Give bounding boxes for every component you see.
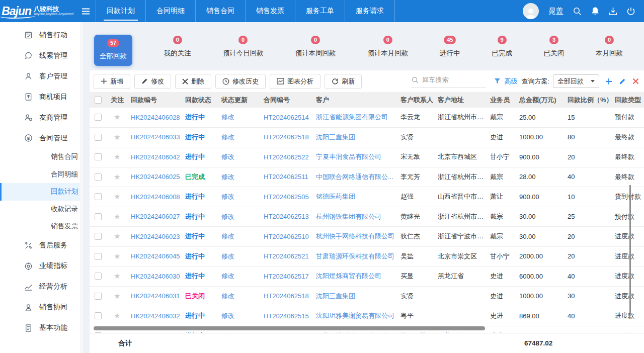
row-checkbox[interactable]: [95, 293, 102, 300]
contract-link[interactable]: HT2024062505: [264, 193, 309, 201]
toolbar-button-5[interactable]: 刷新: [325, 74, 362, 89]
customer-link[interactable]: 沈阳三鑫集团: [316, 292, 394, 301]
sidebar-item-7[interactable]: 业绩指标: [0, 256, 83, 277]
toolbar-button-4[interactable]: 图表分析: [270, 74, 320, 89]
edit-link[interactable]: 修改: [221, 193, 234, 200]
customer-link[interactable]: 甘肃瑞源环保科技有限公司: [316, 252, 394, 261]
column-header-1[interactable]: 回款编号: [128, 96, 182, 105]
delete-button[interactable]: 删除: [175, 74, 211, 89]
add-scheme-icon[interactable]: [605, 78, 612, 85]
contract-link[interactable]: HT2024062511: [264, 173, 308, 181]
bell-icon[interactable]: [591, 7, 599, 16]
star-icon[interactable]: ★: [114, 311, 120, 320]
star-icon[interactable]: ★: [114, 152, 120, 161]
nav-tab-5[interactable]: 服务请求: [345, 0, 395, 22]
funnel-icon[interactable]: [494, 78, 501, 84]
contract-link[interactable]: HT2024062517: [264, 273, 309, 280]
column-header-9[interactable]: 总金额(万元): [516, 96, 565, 105]
contract-link[interactable]: HT2024062514: [264, 114, 309, 121]
star-icon[interactable]: ★: [114, 232, 120, 240]
column-header-8[interactable]: 业务员: [487, 96, 516, 105]
payment-id-link[interactable]: HK20242406027: [131, 213, 180, 220]
payment-id-link[interactable]: HK20242406028: [131, 114, 180, 121]
edit-link[interactable]: 修改: [221, 252, 234, 260]
nav-tab-2[interactable]: 销售合同: [195, 0, 245, 22]
nav-tab-1[interactable]: 合同明细: [145, 0, 195, 22]
nav-tab-4[interactable]: 服务工单: [295, 0, 345, 22]
username[interactable]: 晁盖: [548, 7, 564, 16]
customer-link[interactable]: 铭德医药集团: [316, 192, 394, 201]
contract-link[interactable]: HT2024062518: [264, 133, 309, 141]
edit-link[interactable]: 修改: [221, 153, 234, 160]
download-icon[interactable]: [609, 7, 617, 16]
column-header-5[interactable]: 客户: [313, 96, 397, 105]
toolbar-button-3[interactable]: 修改历史: [215, 74, 266, 89]
column-header-0[interactable]: 关注: [108, 96, 128, 105]
status-tab-8[interactable]: 0本月回款: [596, 36, 623, 58]
star-icon[interactable]: ★: [114, 252, 120, 260]
sidebar-item-8[interactable]: 经营分析: [0, 277, 83, 297]
nav-tab-0[interactable]: 回款计划: [96, 0, 145, 22]
avatar[interactable]: [523, 3, 539, 19]
sidebar-subitem-5-0[interactable]: 销售合同: [0, 148, 83, 166]
status-tab-2[interactable]: 0预计今日回款: [223, 36, 264, 58]
row-checkbox[interactable]: [95, 273, 102, 280]
star-icon[interactable]: ★: [114, 292, 120, 300]
column-header-3[interactable]: 状态更新: [218, 96, 261, 105]
contract-link[interactable]: HT2024062510: [264, 233, 309, 240]
column-header-10[interactable]: 回款比例（%）: [565, 96, 612, 105]
status-tab-1[interactable]: 0我的关注: [164, 36, 191, 58]
edit-link[interactable]: 修改: [221, 133, 234, 141]
sidebar-subitem-5-4[interactable]: 销售发票: [0, 218, 83, 235]
row-checkbox[interactable]: [95, 253, 102, 260]
sidebar-item-2[interactable]: 客户管理: [0, 66, 83, 86]
status-tab-0[interactable]: 57全部回款: [94, 35, 132, 66]
sidebar-item-9[interactable]: 销售协同: [0, 297, 83, 318]
query-scheme-select[interactable]: 全部回款: [553, 74, 599, 88]
star-icon[interactable]: ★: [114, 133, 120, 141]
add-button[interactable]: 新增: [94, 74, 130, 89]
customer-link[interactable]: 宁夏丰润食品有限公司: [316, 152, 394, 161]
edit-scheme-icon[interactable]: [619, 78, 626, 85]
column-header-7[interactable]: 客户地址: [435, 96, 487, 105]
status-tab-5[interactable]: 45进行中: [440, 36, 460, 58]
star-icon[interactable]: ★: [114, 113, 120, 121]
sidebar-item-10[interactable]: 基本功能: [0, 318, 83, 338]
star-icon[interactable]: ★: [114, 192, 120, 201]
payment-id-link[interactable]: HK20242406031: [131, 292, 180, 300]
column-header-6[interactable]: 客户联系人: [397, 96, 435, 105]
horizontal-scrollbar-thumb[interactable]: [94, 326, 485, 330]
status-tab-7[interactable]: 3已关闭: [544, 36, 565, 58]
sidebar-subitem-5-3[interactable]: 收款记录: [0, 201, 83, 218]
contract-link[interactable]: HT2024062522: [264, 153, 309, 161]
advanced-filter[interactable]: 高级: [494, 77, 517, 86]
status-tab-3[interactable]: 0预计本周回款: [295, 36, 336, 58]
sidebar-item-6[interactable]: 售后服务: [0, 235, 83, 256]
vertical-scrollbar-thumb[interactable]: [629, 185, 631, 313]
sidebar-item-3[interactable]: 商机项目: [0, 86, 83, 107]
sidebar-subitem-5-2[interactable]: 回款计划: [0, 183, 83, 201]
payment-id-link[interactable]: HK20242406008: [131, 193, 180, 201]
star-icon[interactable]: ★: [114, 212, 120, 221]
customer-link[interactable]: 杭州钢铁集团有限公司: [316, 212, 394, 221]
power-icon[interactable]: [627, 7, 635, 16]
sidebar-subitem-5-1[interactable]: 合同明细: [0, 166, 83, 184]
payment-id-link[interactable]: HK20242406025: [131, 173, 180, 181]
edit-link[interactable]: 修改: [221, 312, 234, 319]
status-tab-4[interactable]: 0预计本月回款: [367, 36, 408, 58]
menu-toggle-icon[interactable]: [75, 0, 96, 22]
sidebar-item-5[interactable]: 合同管理: [0, 128, 83, 148]
column-header-4[interactable]: 合同编号: [261, 96, 313, 105]
customer-link[interactable]: 浙江省能源集团有限公司: [316, 113, 394, 122]
contract-link[interactable]: HT2024062518: [264, 292, 309, 300]
row-checkbox[interactable]: [95, 312, 102, 319]
edit-link[interactable]: 修改: [221, 232, 234, 240]
column-header-2[interactable]: 回款状态: [182, 96, 218, 105]
customer-link[interactable]: 沈阳煜烁商贸有限公司: [316, 272, 394, 281]
row-checkbox[interactable]: [95, 153, 102, 160]
customer-link[interactable]: 沈阳三鑫集团: [316, 133, 394, 142]
contract-link[interactable]: HT2024062515: [264, 312, 309, 320]
toolbar-button-1[interactable]: 修改: [134, 74, 171, 89]
star-icon[interactable]: ★: [114, 172, 120, 181]
payment-id-link[interactable]: HK20242406023: [131, 233, 180, 240]
